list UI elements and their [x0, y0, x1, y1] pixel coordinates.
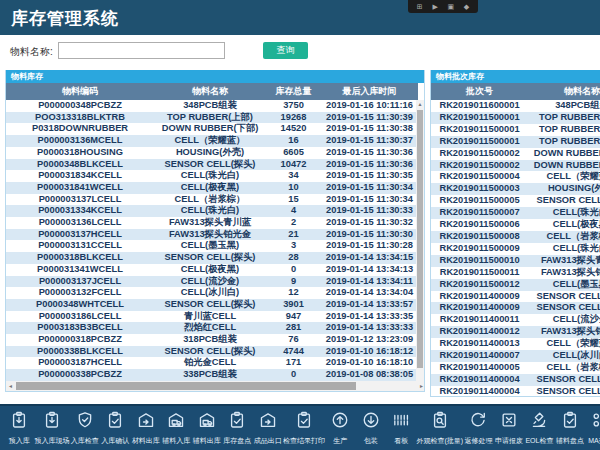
table-row[interactable]: RK2019011400013CELL（荣耀蓝）: [431, 338, 600, 350]
column-header[interactable]: 最后入库时间: [321, 83, 418, 100]
column-header[interactable]: 物料名称: [528, 83, 600, 100]
column-header[interactable]: 物料编码: [6, 83, 154, 100]
table-row[interactable]: RK2019011400007CELL(冰川白): [431, 350, 600, 362]
table-row[interactable]: RK2019011500001TOP RUBBER(上部): [431, 124, 600, 136]
table-row[interactable]: P000031841WCELLCELL(极夜黑)102019-01-15 11:…: [6, 182, 418, 194]
screen-recorder-overlay[interactable]: ⊞▶▣◆: [408, 0, 478, 13]
table-row[interactable]: RK2019011500007CELL(珠光白): [431, 207, 600, 219]
table-row[interactable]: P0000318BLKCELLSENSOR CELL(探头)282019-01-…: [6, 252, 418, 264]
table-row[interactable]: P000003137HCELLFAW313探头铂光金212019-01-15 1…: [6, 229, 418, 241]
toolbar-button[interactable]: 入库检查: [70, 411, 101, 446]
table-row[interactable]: P000000318PCBZZ318PCB组装762019-01-12 13:2…: [6, 334, 418, 346]
table-row[interactable]: RK2019011400012FAW313探头铂光金: [431, 326, 600, 338]
table-row[interactable]: RK2019011500004CELL（荣耀蓝）: [431, 171, 600, 183]
toolbar-button[interactable]: 入库确认: [100, 411, 131, 446]
toolbar-button-label: 看板: [394, 436, 408, 446]
table-row[interactable]: RK2019011500002DOWN RUBBER(下部): [431, 160, 600, 172]
toolbar-button[interactable]: 申请报废: [494, 411, 525, 446]
table-row[interactable]: RK2019011500011FAW313探头铂光金: [431, 267, 600, 279]
table-row[interactable]: P000003136LCELLFAW313探头青川蓝22019-01-15 11…: [6, 217, 418, 229]
toolbar-button[interactable]: 生产: [325, 411, 356, 446]
table-row[interactable]: P000003131CCELLCELL(墨玉黑)32019-01-15 11:3…: [6, 240, 418, 252]
table-row[interactable]: RK2019011400011CELL(流沙金): [431, 314, 600, 326]
warehouse-truck-icon: [198, 411, 216, 433]
toolbar-button[interactable]: MA列表: [585, 411, 600, 446]
toolbar-button[interactable]: 库存盘点: [222, 411, 253, 446]
table-row[interactable]: RK2019011500009CELL(珠光白): [431, 243, 600, 255]
vertical-scroll-thumb[interactable]: [417, 110, 423, 368]
toolbar-button[interactable]: 辅料出库: [192, 411, 223, 446]
table-row[interactable]: P000003187HCELL铂光金CELL1712019-01-10 16:1…: [6, 357, 418, 369]
horizontal-scrollbar[interactable]: ◄ ►: [6, 381, 425, 391]
scroll-up-icon[interactable]: ▲: [416, 100, 424, 109]
table-row[interactable]: RK2019011600001348PCB组装: [431, 100, 600, 112]
table-row[interactable]: RK2019011500003HOUSING(外壳): [431, 183, 600, 195]
table-row[interactable]: P000003136MCELLCELL（荣耀蓝）162019-01-15 11:…: [6, 135, 418, 147]
material-name-label: 物料名称:: [10, 45, 53, 59]
table-row[interactable]: RK2019011400009SENSOR CELL(探头): [431, 291, 600, 303]
scroll-left-icon[interactable]: ◄: [6, 381, 15, 391]
table-row[interactable]: P000003186LCELL青川蓝CELL9472019-01-14 13:3…: [6, 311, 418, 323]
toolbar-button[interactable]: 看板: [386, 411, 417, 446]
screenshot-icon[interactable]: ▣: [447, 3, 454, 10]
table-row[interactable]: P000003137LCELLCELL（岩浆棕）152019-01-15 11:…: [6, 194, 418, 206]
toolbar-button[interactable]: 返修处理: [463, 411, 494, 446]
table-cell: SENSOR CELL(探头): [154, 252, 266, 264]
table-row[interactable]: P000031334KCELLCELL(珠光白)42019-01-15 11:3…: [6, 205, 418, 217]
table-row[interactable]: RK2019011500002DOWN RUBBER(下部): [431, 148, 600, 160]
table-row[interactable]: RK2019011500008CELL（岩浆棕）: [431, 231, 600, 243]
table-row[interactable]: RK2019011500010FAW313探头青川蓝: [431, 255, 600, 267]
table-cell: 0: [266, 369, 321, 381]
toolbar-button[interactable]: 预入库: [4, 411, 35, 446]
toolbar-button[interactable]: 预入库现场: [35, 411, 70, 446]
column-header[interactable]: 物料名称: [154, 83, 266, 100]
table-cell: P000031334KCELL: [6, 205, 154, 217]
material-name-input[interactable]: [58, 42, 225, 59]
table-row[interactable]: P000000338PCBZZ338PCB组装02019-01-08 08:38…: [6, 369, 418, 381]
toolbar-button[interactable]: 检查结果打印: [283, 411, 325, 446]
toolbar-button[interactable]: 辅料入库: [161, 411, 192, 446]
table-row[interactable]: P0000338BLKCELLSENSOR CELL(探头)47442019-0…: [6, 346, 418, 358]
table-row[interactable]: P0000348WHTCELLSENSOR CELL(探头)39012019-0…: [6, 299, 418, 311]
table-row[interactable]: RK2019011400005CELL（岩浆棕）: [431, 362, 600, 374]
x-box-icon: [500, 411, 518, 433]
toolbar-button[interactable]: 辅料盘点: [555, 411, 586, 446]
table-cell: 171: [266, 357, 321, 369]
play-icon[interactable]: ▶: [432, 3, 437, 10]
vertical-scrollbar[interactable]: ▲: [416, 100, 424, 381]
scroll-right-icon[interactable]: ►: [417, 381, 425, 391]
toolbar-button-label: 包装: [364, 436, 378, 446]
horizontal-scroll-thumb[interactable]: [16, 382, 356, 390]
table-row[interactable]: RK2019011400004SENSOR CELL(探头): [431, 386, 600, 397]
column-header[interactable]: 库存总量: [266, 83, 321, 100]
audio-icon[interactable]: ◆: [464, 3, 469, 10]
table-row[interactable]: P0000348BLKCELLSENSOR CELL(探头)104722019-…: [6, 159, 418, 171]
table-row[interactable]: P000003132FCELLCELL(冰川白)122019-01-14 13:…: [6, 287, 418, 299]
toolbar-button[interactable]: 材料出库: [131, 411, 162, 446]
clipboard-check-icon: [295, 411, 313, 433]
toolbar-button[interactable]: 成品出口: [253, 411, 284, 446]
query-button[interactable]: 查询: [263, 42, 308, 59]
toolbar-button-label: 申请报废: [495, 436, 523, 446]
table-row[interactable]: P0318DOWNRUBBERDOWN RUBBER(下部)145202019-…: [6, 123, 418, 135]
table-row[interactable]: P0000318HOUSINGHOUSING(外壳)66052019-01-15…: [6, 147, 418, 159]
table-row[interactable]: RK2019011500005SENSOR CELL(探头): [431, 195, 600, 207]
table-row[interactable]: P000003137JCELLCELL(流沙金)92019-01-14 13:3…: [6, 276, 418, 288]
table-row[interactable]: P000000348PCBZZ348PCB组装37502019-01-16 10…: [6, 100, 418, 112]
toolbar-button[interactable]: 外观检查(批量): [417, 411, 464, 446]
table-row[interactable]: POO313318BLKTRBTOP RUBBER(上部)192682019-0…: [6, 112, 418, 124]
table-row[interactable]: RK2019011500001TOP RUBBER(上部): [431, 112, 600, 124]
table-row[interactable]: RK2019011400004SENSOR CELL(探头): [431, 374, 600, 386]
table-row[interactable]: P0003183B3BCELL烈焰红CELL2812019-01-14 13:3…: [6, 322, 418, 334]
table-row[interactable]: RK2019011500012CELL(墨玉黑): [431, 279, 600, 291]
toolbar-button[interactable]: 包装: [356, 411, 387, 446]
toolbar-button[interactable]: EOL检查: [524, 411, 555, 446]
table-row[interactable]: RK2019011500006CELL(极夜黑): [431, 219, 600, 231]
export-icon[interactable]: ⊞: [417, 3, 423, 10]
table-cell: P000000338PCBZZ: [6, 369, 154, 381]
table-row[interactable]: P000031834KCELLCELL(珠光白)342019-01-15 11:…: [6, 170, 418, 182]
table-row[interactable]: RK2019011500001TOP RUBBER(上部): [431, 136, 600, 148]
table-row[interactable]: P000031341WCELLCELL(极夜黑)02019-01-14 13:3…: [6, 264, 418, 276]
table-row[interactable]: RK2019011400009SENSOR CELL(探头): [431, 302, 600, 314]
column-header[interactable]: 批次号: [431, 83, 528, 100]
